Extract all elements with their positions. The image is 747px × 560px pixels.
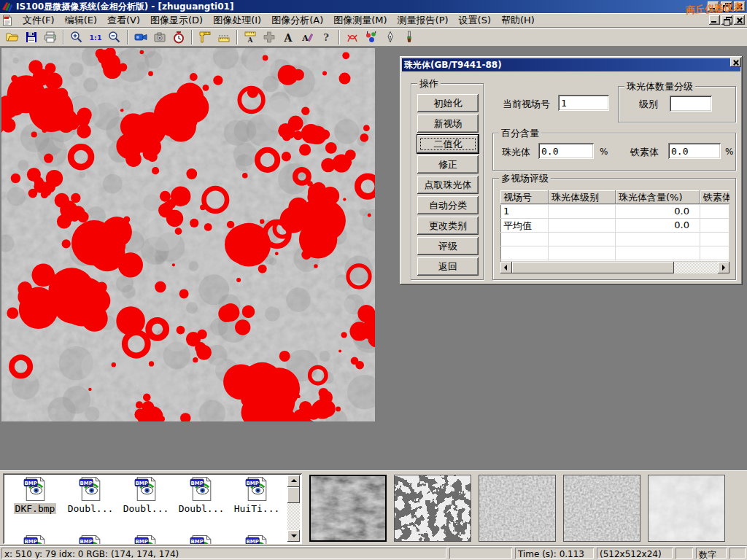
mdi-restore-icon[interactable] [721, 15, 732, 25]
one-to-one-button[interactable]: 1:1 [86, 29, 104, 45]
menu-item-9[interactable]: 帮助(H) [496, 12, 540, 28]
file-item[interactable]: BMP [63, 534, 118, 544]
image-merge-button[interactable] [260, 29, 278, 45]
file-item[interactable]: BMP [174, 534, 229, 544]
print-icon [44, 31, 57, 44]
ink-pen-button[interactable] [381, 29, 399, 45]
scroll-down-icon[interactable] [287, 530, 300, 542]
menu-item-4[interactable]: 图像处理(I) [208, 12, 266, 28]
file-item-Doubl...[interactable]: BMPDoubl... [118, 476, 174, 514]
dialog-title-bar[interactable]: 珠光体(GB/T9441-88) [402, 58, 740, 71]
svg-text:BMP: BMP [191, 481, 204, 486]
thumbnail-1[interactable] [309, 475, 387, 542]
file-item-DKF.bmp[interactable]: BMPDKF.bmp [7, 476, 63, 514]
file-item-Doubl...[interactable]: BMPDoubl... [174, 476, 229, 514]
menu-item-0[interactable]: 文件(F) [18, 12, 60, 28]
mdi-minimize-icon[interactable] [709, 15, 720, 25]
menu-item-3[interactable]: 图像显示(D) [145, 12, 208, 28]
thumbnail-4[interactable] [563, 475, 640, 542]
table-row[interactable] [500, 246, 729, 260]
file-item[interactable]: BMP [118, 534, 174, 544]
file-item[interactable]: BMP [229, 534, 285, 544]
current-field-input[interactable] [558, 95, 609, 111]
op-button-6[interactable]: 更改类别 [417, 217, 479, 235]
ruler-button[interactable] [214, 29, 233, 45]
video-camera-icon [134, 31, 147, 44]
op-button-7[interactable]: 评级 [417, 237, 479, 255]
pearlite-percent-input[interactable] [538, 143, 594, 159]
ferrite-percent-input[interactable] [668, 143, 721, 159]
workspace: 珠光体(GB/T9441-88) 操作 初始化新视场二值化修正点取珠光体自动分类… [0, 47, 747, 470]
table-cell [500, 233, 549, 246]
file-v-scrollbar[interactable] [287, 475, 300, 542]
thumbnail-5[interactable] [648, 475, 725, 542]
document-icon[interactable] [1, 15, 13, 26]
op-button-8[interactable]: 返回 [417, 257, 479, 276]
curve-tool-button[interactable] [343, 29, 361, 45]
classify-points-button[interactable] [362, 29, 380, 45]
menu-item-1[interactable]: 编辑(E) [60, 12, 102, 28]
ink-pen-icon [384, 31, 397, 44]
save-button[interactable] [22, 29, 40, 45]
caliper-button[interactable] [196, 29, 214, 45]
minimize-icon[interactable] [708, 1, 719, 12]
op-button-1[interactable]: 新视场 [417, 114, 479, 133]
file-item-Doubl...[interactable]: BMPDoubl... [63, 476, 118, 514]
file-label: DKF.bmp [14, 503, 57, 514]
text-label-button[interactable]: A [279, 29, 297, 45]
table-row[interactable]: 平均值0.0 [500, 219, 729, 233]
pearlite-dialog: 珠光体(GB/T9441-88) 操作 初始化新视场二值化修正点取珠光体自动分类… [400, 56, 743, 285]
status-image-size: (512x512x24) [597, 548, 673, 559]
table-row[interactable]: 10.0 [500, 205, 729, 219]
thumbnail-3[interactable] [479, 475, 556, 542]
menu-item-6[interactable]: 图像测量(M) [328, 12, 392, 28]
thumbnail-2[interactable] [394, 475, 471, 542]
table-row[interactable] [500, 233, 729, 246]
restore-icon[interactable] [721, 1, 732, 12]
zoom-in-button[interactable] [67, 29, 85, 45]
table-header-cell: 铁素体 [700, 190, 729, 204]
grade-group-label: 珠光体数量分级 [624, 80, 695, 93]
table-cell: 平均值 [500, 219, 549, 232]
measure-font-button[interactable]: A [241, 29, 259, 45]
svg-text:BMP: BMP [80, 481, 93, 486]
edit-text-button[interactable]: A [298, 29, 316, 45]
grade-input[interactable] [670, 96, 712, 112]
file-item-HuiTi...[interactable]: BMPHuiTi... [229, 476, 285, 514]
app-icon [1, 1, 13, 12]
op-button-3[interactable]: 修正 [417, 155, 479, 174]
menu-item-7[interactable]: 测量报告(P) [392, 12, 454, 28]
menu-item-5[interactable]: 图像分析(A) [266, 12, 328, 28]
op-button-4[interactable]: 点取珠光体 [417, 176, 479, 194]
scrollbar-track[interactable] [674, 262, 718, 273]
one-to-one-icon: 1:1 [89, 31, 102, 44]
menu-item-8[interactable]: 设置(S) [454, 12, 496, 28]
video-camera-button[interactable] [131, 29, 150, 45]
scroll-up-icon[interactable] [287, 475, 300, 487]
timer-clock-button[interactable] [169, 29, 187, 45]
menu-item-2[interactable]: 查看(V) [102, 12, 145, 28]
open-button[interactable] [3, 29, 21, 45]
ruler-icon [217, 31, 231, 44]
op-button-5[interactable]: 自动分类 [417, 196, 479, 214]
op-button-2[interactable]: 二值化 [417, 135, 479, 153]
paint-brush-button[interactable] [400, 29, 418, 45]
scroll-left-icon[interactable] [500, 262, 512, 273]
op-button-0[interactable]: 初始化 [417, 94, 479, 112]
snapshot-camera-button[interactable] [150, 29, 169, 45]
help-button[interactable]: ? [317, 29, 335, 45]
scrollbar-thumb[interactable] [512, 262, 674, 273]
zoom-out-button[interactable] [105, 29, 123, 45]
file-item[interactable]: BMP [7, 534, 63, 544]
close-icon[interactable] [734, 1, 746, 12]
svg-text:BMP: BMP [25, 481, 37, 486]
rating-table[interactable]: 视场号珠光体级别珠光体含量(%)铁素体10.0平均值0.0 [500, 190, 729, 262]
dialog-close-icon[interactable] [730, 58, 741, 67]
micrograph-image[interactable] [1, 48, 375, 421]
mdi-close-icon[interactable] [734, 15, 745, 25]
table-h-scrollbar[interactable] [500, 262, 729, 273]
file-scroll-thumb[interactable] [287, 487, 300, 503]
scroll-right-icon[interactable] [718, 262, 729, 273]
status-empty-2 [676, 548, 693, 559]
print-button[interactable] [41, 29, 59, 45]
